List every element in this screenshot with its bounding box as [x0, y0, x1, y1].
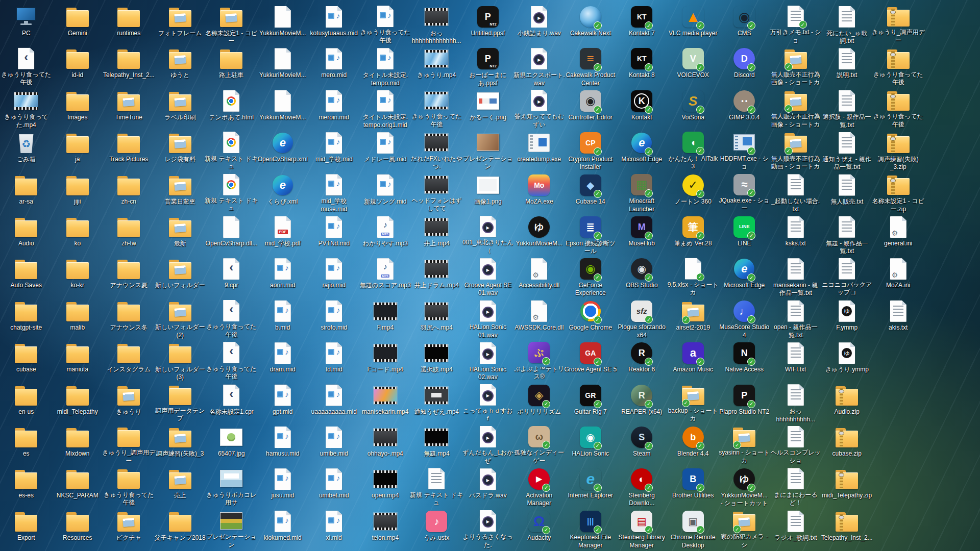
desktop-icon-folder-r9-c1[interactable]: cubase	[1, 339, 52, 381]
desktop-icon-app-r4-c12[interactable]: CP✓Crypton Product Installer	[565, 129, 617, 171]
desktop-icon-app-r4-c14[interactable]: ◖✓かんたん！ AITalk 3 関西風	[668, 129, 719, 171]
desktop-icon-html-r4-c5[interactable]: 新規 テキスト ドキュ メント (2).html	[206, 129, 257, 171]
desktop-icon-app-r12-c12[interactable]: e✓Internet Explorer	[565, 465, 617, 507]
desktop-icon-zip-r13-c17[interactable]: Telepathy_Inst_2...	[821, 508, 873, 549]
desktop-icon-ini-r6-c18[interactable]: ⚙general.ini	[873, 213, 924, 255]
desktop-icon-folder-r8-c3[interactable]: アナウンス冬	[103, 297, 155, 339]
desktop-icon-app-r1-c12[interactable]: ✓Cakewalk Next	[565, 3, 617, 45]
desktop-icon-ymmp-r8-c17[interactable]: ゆF.ymmp	[821, 297, 873, 339]
desktop-icon-mid-r10-c6[interactable]: ♪gpt.mid	[257, 382, 309, 423]
desktop-icon-folder-r1-c2[interactable]: Gemini	[52, 3, 104, 45]
desktop-icon-app-r10-c12[interactable]: GR✓Guitar Rig 7	[565, 382, 617, 423]
desktop-icon-txt-r7-c17[interactable]: ニコニコバックアップコ ード.txt	[821, 255, 873, 297]
desktop-icon-app-r7-c13[interactable]: ◉✓OBS Studio	[616, 255, 668, 297]
desktop-icon-zip-r11-c17[interactable]: cubase.zip	[821, 423, 873, 465]
desktop-icon-txt-r10-c16[interactable]: おっ hhhhhhhhhh...	[770, 382, 822, 423]
desktop-icon-mid-r13-c7[interactable]: ♪xl.mid	[308, 508, 360, 549]
desktop-icon-folder-r8-c1[interactable]: chatgpt-site	[1, 297, 52, 339]
desktop-icon-html-r5-c5[interactable]: 新規 テキスト ドキュ メント.html	[206, 171, 257, 213]
desktop-icon-folder-r11-c2[interactable]: Mixdown	[52, 423, 104, 465]
desktop-icon-app-r8-c15[interactable]: ♩✓MuseScore Studio 4	[719, 297, 770, 339]
desktop-icon-mid-r2-c8[interactable]: ♪タイトル未設定. tempo.mid	[360, 45, 411, 87]
desktop-icon-zip-r1-c18[interactable]: きゅうり_調声用デー タ.zip	[873, 3, 924, 45]
desktop-icon-app-r2-c14[interactable]: V✓VOICEVOX	[668, 45, 719, 87]
desktop-icon-folder-r2-c3[interactable]: Telepathy_Inst_2...	[103, 45, 155, 87]
desktop-icon-mid-r3-c7[interactable]: ♪meroin.mid	[308, 87, 360, 129]
desktop-icon-video-r7-c9[interactable]: 井上ドラム.mp4	[411, 255, 462, 297]
desktop-icon-app-r3-c14[interactable]: S✓VoiSona	[668, 87, 719, 129]
desktop-icon-mid-r11-c7[interactable]: ♪umibe.mid	[308, 423, 360, 465]
desktop-icon-wav-r7-c10[interactable]: ▶Groove Agent SE 01.wav	[462, 255, 514, 297]
desktop-icon-file-r2-c6[interactable]: YukkuriMovieM...	[257, 45, 309, 87]
desktop-icon-app-r13-c12[interactable]: |||✓Keepforest File Manager	[565, 508, 617, 549]
desktop-icon-app-r5-c13[interactable]: ▦✓Minecraft Launcher	[616, 171, 668, 213]
desktop-icon-app-r13-c9[interactable]: ♪うみ.ustx	[411, 508, 462, 549]
desktop-icon-video-r2-c9[interactable]: きゅうり.mp4	[411, 45, 462, 87]
desktop-icon-txt-r1-c16[interactable]: ✓万引きメモ.txt - ショ ートカット	[770, 3, 822, 45]
desktop-icon-folder-r12-c3[interactable]: きゅうり食ってた午後 三時	[103, 465, 155, 507]
desktop-icon-folder-r8-c2[interactable]: malib	[52, 297, 104, 339]
desktop-icon-app-r9-c15[interactable]: N✓Native Access	[719, 339, 770, 381]
desktop-icon-app-r3-c15[interactable]: • •✓GIMP 3.0.4	[719, 87, 770, 129]
desktop-icon-cpr-r7-c5[interactable]: ‹9.cpr	[206, 255, 257, 297]
desktop-icon-folder-r11-c1[interactable]: es	[1, 423, 52, 465]
desktop-icon-video-r8-c9[interactable]: 羽尻へ.mp4	[411, 297, 462, 339]
desktop-icon-app-r3-c13[interactable]: K✓Kontakt	[616, 87, 668, 129]
desktop-icon-edge-r5-c6[interactable]: eくらび.xml	[257, 171, 309, 213]
desktop-icon-folder-r10-c3[interactable]: きゅうり	[103, 382, 155, 423]
desktop-icon-app-r13-c14[interactable]: ▣✓Chrome Remote Desktop	[668, 508, 719, 549]
desktop-icon-ini-r7-c11[interactable]: ⚙Accessibility.dll	[513, 255, 565, 297]
desktop-icon-video-r4-c9[interactable]: だれだFXいれたやつ. mp4	[411, 129, 462, 171]
desktop-icon-video-r9-c9[interactable]: 選択肢.mp4	[411, 339, 462, 381]
desktop-icon-zip-r10-c17[interactable]: Audio.zip	[821, 382, 873, 423]
desktop-icon-file-r1-c6[interactable]: YukkuriMovieM...	[257, 3, 309, 45]
desktop-icon-app-r5-c15[interactable]: ≈✓JQuake.exe - ショー トカット	[719, 171, 770, 213]
desktop-icon-app-r11-c12[interactable]: ◉✓HALion Sonic	[565, 423, 617, 465]
desktop-icon-video-r1-c9[interactable]: おっ hhhhhhhhhhhhh...	[411, 3, 462, 45]
desktop-icon-img-r13-c5[interactable]: プレゼンテーション 1.jpg	[206, 508, 257, 549]
desktop-icon-cpr-r2-c1[interactable]: ‹きゅうり食ってた午後 3時-01.cpr	[1, 45, 52, 87]
desktop-icon-mid-r7-c6[interactable]: ♪aorin.mid	[257, 255, 309, 297]
desktop-icon-folder-r11-c4[interactable]: 調声練習(失敗)_3	[155, 423, 206, 465]
desktop-icon-app-r9-c13[interactable]: R✓Reaktor 6	[616, 339, 668, 381]
desktop-icon-app-r11-c14[interactable]: b✓Blender 4.4	[668, 423, 719, 465]
desktop-icon-folder-r13-c1[interactable]: Export	[1, 508, 52, 549]
desktop-icon-cpr-r8-c5[interactable]: ‹きゅうり食ってた午後 3時.cpr	[206, 297, 257, 339]
desktop-icon-mid-r1-c8[interactable]: ♪きゅうり食ってた午後 3時.mid	[360, 3, 411, 45]
desktop-icon-zip-r3-c18[interactable]: きゅうり食ってた午後 三時.zip	[873, 87, 924, 129]
desktop-icon-mid-r11-c6[interactable]: ♪hamusu.mid	[257, 423, 309, 465]
desktop-icon-folder-r7-c1[interactable]: Auto Saves	[1, 255, 52, 297]
desktop-icon-video-r3-c9[interactable]: きゅうり食ってた午後 3時.mp4	[411, 87, 462, 129]
desktop-icon-folder-r4-c4[interactable]: レジ袋有料	[155, 129, 206, 171]
desktop-icon-img-r12-c5[interactable]: きゅうりボカコレ用サ ムネ.jpg	[206, 465, 257, 507]
desktop-icon-txt-r1-c17[interactable]: 死にたい_ゅ歌詞.txt	[821, 3, 873, 45]
desktop-icon-wav-r9-c10[interactable]: ▶HALion Sonic 02.wav	[462, 339, 514, 381]
desktop-icon-app-r3-c12[interactable]: ◉✓Controller Editor	[565, 87, 617, 129]
desktop-icon-app-r10-c13[interactable]: R✓REAPER (x64)	[616, 382, 668, 423]
desktop-icon-video-r10-c9[interactable]: 通知うぜえ.mp4	[411, 382, 462, 423]
desktop-icon-video-r9-c8[interactable]: Fコード.mp4	[360, 339, 411, 381]
desktop-icon-folder-r13-c2[interactable]: Resources	[52, 508, 104, 549]
desktop-icon-img-r11-c5[interactable]: 65407.jpg	[206, 423, 257, 465]
desktop-icon-app-r6-c15[interactable]: LINE✓LINE	[719, 213, 770, 255]
desktop-icon-html-r3-c5[interactable]: テンポあて.html	[206, 87, 257, 129]
desktop-icon-video-r11-c9[interactable]: 無題.mp4	[411, 423, 462, 465]
desktop-icon-app-r1-c13[interactable]: KT✓Kontakt 7	[616, 3, 668, 45]
desktop-icon-mid-r8-c7[interactable]: ♪sirofo.mid	[308, 297, 360, 339]
desktop-icon-chrome-r8-c12[interactable]: ✓Google Chrome	[565, 297, 617, 339]
desktop-icon-ini-r8-c11[interactable]: ⚙AWSSDK.Core.dll	[513, 297, 565, 339]
desktop-icon-txt-r7-c16[interactable]: manisekarin - 親 作品一覧.txt	[770, 255, 822, 297]
desktop-icon-mid-r5-c8[interactable]: ♪新規ソング.mid	[360, 171, 411, 213]
desktop-icon-app-r12-c11[interactable]: ▶✓Activation Manager	[513, 465, 565, 507]
desktop-icon-app-r5-c14[interactable]: ✓✓ノートン 360	[668, 171, 719, 213]
desktop-icon-cpr-r9-c5[interactable]: ‹きゅうり食ってた午後 3時-02.cpr	[206, 339, 257, 381]
desktop-icon-pdf-r6-c6[interactable]: PDFmid_学校.pdf	[257, 213, 309, 255]
desktop-icon-app-r1-c15[interactable]: ◉✓CMS	[719, 3, 770, 45]
desktop-icon-pc-r1-c1[interactable]: PC	[1, 3, 52, 45]
desktop-icon-folder-r5-c1[interactable]: ar-sa	[1, 171, 52, 213]
desktop-icon-txt-r11-c16[interactable]: ヘルスコンプレッショ ン__歌詞.txt	[770, 423, 822, 465]
desktop-icon-zip-r4-c18[interactable]: 調声練習(失敗) _3.zip	[873, 129, 924, 171]
desktop-icon-app-r5-c11[interactable]: MoMoZA.exe	[513, 171, 565, 213]
desktop-icon-txt-r12-c16[interactable]: まにまにわーるど！ .txt	[770, 465, 822, 507]
desktop-icon-cpr-r10-c5[interactable]: ‹名称未設定1.cpr	[206, 382, 257, 423]
